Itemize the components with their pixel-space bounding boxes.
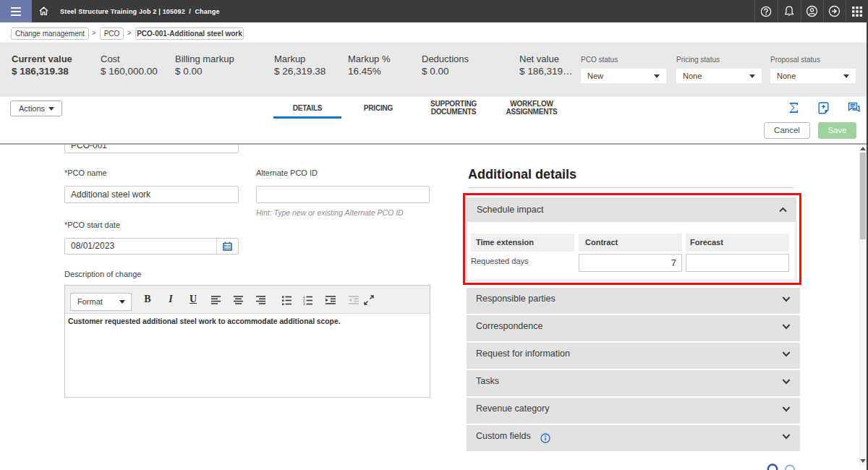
svg-text:3: 3	[303, 302, 305, 305]
